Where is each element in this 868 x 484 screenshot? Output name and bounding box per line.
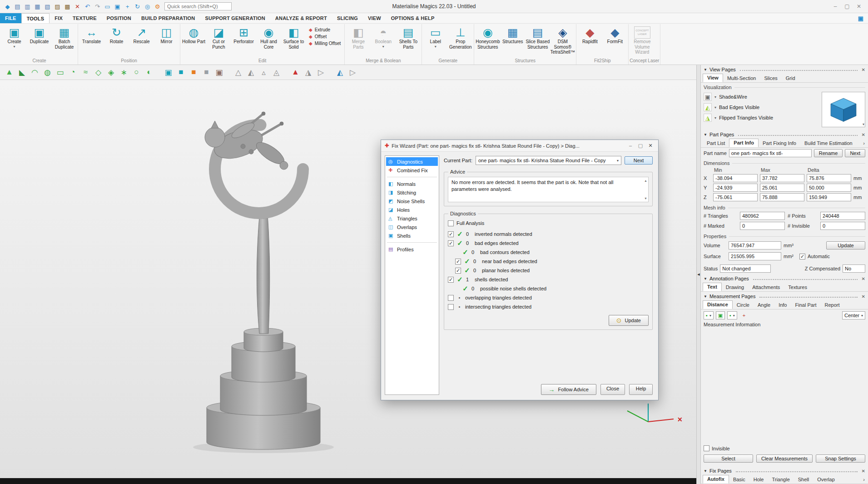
duplicate-button[interactable]: ▣Duplicate <box>27 24 52 45</box>
translate-button[interactable]: ↔Translate <box>79 24 104 45</box>
menu-tab-options-help[interactable]: OPTIONS & HELP <box>386 13 440 23</box>
next-part-button[interactable]: Next <box>845 149 865 157</box>
sidebar-item-triangles[interactable]: ◬Triangles <box>386 214 438 223</box>
shaded-triangle-icon[interactable]: ◭ <box>334 67 346 78</box>
batch-duplicate-button[interactable]: ▦Batch Duplicate <box>52 24 77 50</box>
viz-option-shade-wire[interactable]: ▣▾Shade&Wire <box>704 93 819 101</box>
merge-parts-button[interactable]: ◧Merge Parts <box>346 24 371 50</box>
diagnostic-checkbox[interactable]: ✓ <box>455 268 461 274</box>
search-input[interactable] <box>164 2 232 10</box>
close-button[interactable]: ✕ <box>855 3 863 10</box>
new-scene-icon[interactable]: ▤ <box>13 2 22 11</box>
fix-tab-shell[interactable]: Shell <box>794 476 813 484</box>
measurement-tab-distance[interactable]: Distance <box>703 300 733 309</box>
formfit-button[interactable]: ◆FormFit <box>602 24 627 45</box>
scroll-up-icon[interactable]: ▲ <box>644 179 647 183</box>
automatic-checkbox[interactable]: ✓ <box>799 254 805 259</box>
menu-tab-analyze-report[interactable]: ANALYZE & REPORT <box>270 13 332 23</box>
boolean-button[interactable]: ◓Boolean▾ <box>371 24 396 49</box>
save-icon[interactable]: ▦ <box>33 2 42 11</box>
x-delta-field[interactable]: 75.876 <box>807 174 851 182</box>
delete-part-icon[interactable]: ✕ <box>73 2 82 11</box>
label-button[interactable]: ▭Label▾ <box>423 24 448 49</box>
diagnostic-checkbox[interactable]: ✓ <box>448 277 454 283</box>
z-max-field[interactable]: 75.888 <box>760 193 804 201</box>
sidebar-item-diagnostics[interactable]: ◎Diagnostics <box>386 157 438 166</box>
fit-view-icon[interactable]: ▣ <box>113 2 122 11</box>
part-tab-build-time-estimation[interactable]: Build Time Estimation <box>800 140 857 147</box>
lock-marked-icon[interactable]: ▣ <box>213 67 225 78</box>
update-button[interactable]: ⊙ Update <box>609 315 649 326</box>
y-delta-field[interactable]: 50.000 <box>807 184 851 192</box>
diagnostic-checkbox[interactable]: ✓ <box>448 231 454 237</box>
zoom-view-icon[interactable]: ◎ <box>143 2 152 11</box>
points-field[interactable]: 240448 <box>820 212 865 220</box>
open-file-icon[interactable]: ▥ <box>23 2 32 11</box>
maximize-button[interactable]: ▢ <box>843 3 851 10</box>
part-tab-part-list[interactable]: Part List <box>703 140 729 147</box>
select-button[interactable]: Select <box>704 454 753 463</box>
part-pages-collapse-arrow[interactable]: ▼ <box>704 133 707 137</box>
slice-based-structures-button[interactable]: ▤Slice Based Structures <box>525 24 550 50</box>
tabs-scroll-arrow-icon[interactable]: › <box>862 140 866 147</box>
viz-option-flipped-triangles-visible[interactable]: ◮▾Flipped Triangles Visible <box>704 114 819 122</box>
center-select[interactable]: Center ▾ <box>842 311 865 319</box>
free-form-mark-icon[interactable]: ◠ <box>29 67 40 78</box>
measurement-tab-circle[interactable]: Circle <box>733 301 754 309</box>
create-button[interactable]: ▣Create▾ <box>2 24 27 49</box>
marked-field[interactable]: 0 <box>740 222 785 230</box>
remove-volume-wizard-button[interactable]: CONCEPT LASERRemove Volume Wizard <box>630 24 655 55</box>
undo-icon[interactable]: ↶ <box>83 2 92 11</box>
y-max-field[interactable]: 25.061 <box>760 184 804 192</box>
view-tab-grid[interactable]: Grid <box>782 75 799 82</box>
menu-tab-fix[interactable]: FIX <box>50 13 68 23</box>
part-tab-part-info[interactable]: Part Info <box>729 139 759 147</box>
minimize-button[interactable]: – <box>832 3 839 10</box>
y-min-field[interactable]: -24.939 <box>713 184 758 192</box>
mirror-button[interactable]: ◫Mirror <box>154 24 179 45</box>
outline-triangle-icon[interactable]: △ <box>233 67 244 78</box>
measure-mode-button[interactable]: ▣ <box>716 311 725 319</box>
fix-tab-autofix[interactable]: Autofix <box>703 475 729 484</box>
zoom-window-icon[interactable]: ▭ <box>103 2 112 11</box>
annotation-tab-textures[interactable]: Textures <box>784 284 811 291</box>
measurement-pages-close-icon[interactable]: ✕ <box>862 294 865 299</box>
update-volume-button[interactable]: Update <box>826 241 865 249</box>
dsm-somos-tetrashell-button[interactable]: ◈DSM Somos® TetraShell™ <box>550 24 575 55</box>
fix-tab-overlap[interactable]: Overlap <box>813 476 839 484</box>
mark-surface-icon[interactable]: ◈ <box>105 67 117 78</box>
rescale-button[interactable]: ↗Rescale <box>129 24 154 45</box>
annotation-pages-close-icon[interactable]: ✕ <box>862 276 865 281</box>
diagnostic-checkbox[interactable]: ✓ <box>448 240 454 246</box>
splitter-collapse-icon[interactable]: ◀ <box>697 273 699 276</box>
milling-offset-button[interactable]: ◆Milling Offset <box>307 40 342 47</box>
redo-icon[interactable]: ↷ <box>93 2 102 11</box>
invert-marking-icon[interactable]: ◐ <box>144 67 155 78</box>
scroll-down-icon[interactable]: ▼ <box>644 196 647 200</box>
current-part-select[interactable]: one part- magics fix stl- Krishna Statue… <box>476 156 621 165</box>
volume-field[interactable]: 76547.947 <box>729 241 781 249</box>
prop-generation-button[interactable]: ⊥Prop Generation <box>448 24 473 50</box>
menu-tab-support-generation[interactable]: SUPPORT GENERATION <box>200 13 270 23</box>
z-compensated-field[interactable]: No <box>843 264 865 273</box>
panel-splitter[interactable]: ◀ <box>696 65 701 484</box>
pan-view-icon[interactable]: + <box>123 2 132 11</box>
mark-window-icon[interactable]: ▭ <box>55 67 66 78</box>
triangles-field[interactable]: 480962 <box>740 212 785 220</box>
diagnostic-checkbox[interactable] <box>448 295 454 301</box>
statue-3d-model[interactable] <box>175 110 338 455</box>
annotation-tab-attachments[interactable]: Attachments <box>748 284 784 291</box>
hollow-part-button[interactable]: ◍Hollow Part <box>181 24 206 45</box>
cut-or-punch-button[interactable]: ◪Cut or Punch <box>206 24 231 50</box>
annotation-pages-collapse-arrow[interactable]: ▼ <box>704 277 707 281</box>
tabs-scroll-arrow-icon[interactable]: › <box>862 477 866 484</box>
sidebar-item-shells[interactable]: ▣Shells <box>386 231 438 240</box>
sidebar-item-profiles[interactable]: ▤Profiles <box>386 245 438 254</box>
fix-tab-triangle[interactable]: Triangle <box>768 476 794 484</box>
mark-all-icon[interactable]: ∗ <box>118 67 129 78</box>
fix-wizard-titlebar[interactable]: ✚ Fix Wizard (Part: one part- magics fix… <box>381 140 658 152</box>
measurement-tab-report[interactable]: Report <box>821 301 844 309</box>
sidebar-item-stitching[interactable]: ◨Stitching <box>386 188 438 197</box>
dialog-close-button[interactable]: ✕ <box>646 143 655 149</box>
viz-option-bad-edges-visible[interactable]: ◭▾Bad Edges Visible <box>704 103 819 111</box>
